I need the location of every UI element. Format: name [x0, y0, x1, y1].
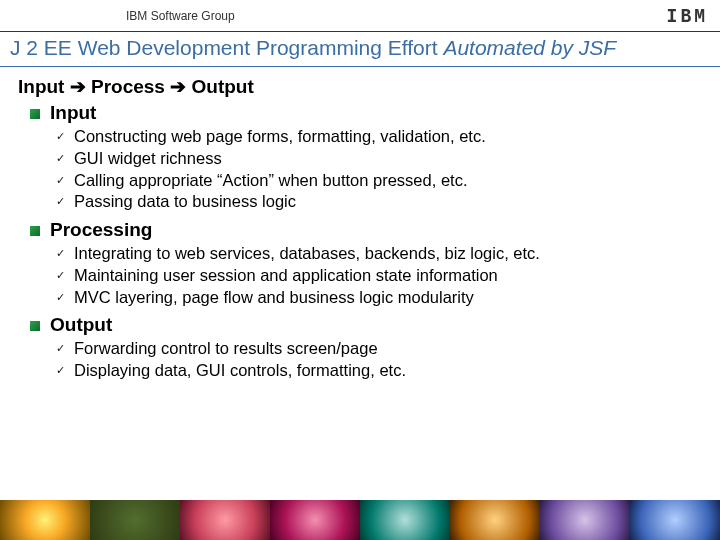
swatch-icon	[0, 500, 90, 540]
swatch-icon	[270, 500, 360, 540]
section-head-processing: Processing	[50, 219, 702, 241]
swatch-icon	[360, 500, 450, 540]
swatch-icon	[450, 500, 540, 540]
footer-swatches	[0, 500, 720, 540]
bullet-list: Integrating to web services, databases, …	[74, 243, 702, 308]
bullet-list: Constructing web page forms, formatting,…	[74, 126, 702, 213]
list-item: Maintaining user session and application…	[74, 265, 702, 287]
swatch-icon	[90, 500, 180, 540]
ipo-input: Input	[18, 76, 64, 97]
section-head-output: Output	[50, 314, 702, 336]
title-plain: J 2 EE Web Development Programming Effor…	[10, 36, 443, 59]
arrow-icon: ➔	[170, 76, 186, 97]
ipo-process: Process	[91, 76, 165, 97]
arrow-icon: ➔	[70, 76, 86, 97]
list-item: Passing data to business logic	[74, 191, 702, 213]
swatch-icon	[630, 500, 720, 540]
topbar: IBM Software Group IBM	[0, 0, 720, 32]
ipo-output: Output	[192, 76, 254, 97]
list-item: GUI widget richness	[74, 148, 702, 170]
section-head-input: Input	[50, 102, 702, 124]
software-group-label: IBM Software Group	[126, 9, 235, 23]
list-item: MVC layering, page flow and business log…	[74, 287, 702, 309]
slide-title: J 2 EE Web Development Programming Effor…	[0, 32, 720, 67]
list-item: Forwarding control to results screen/pag…	[74, 338, 702, 360]
list-item: Calling appropriate “Action” when button…	[74, 170, 702, 192]
bullet-list: Forwarding control to results screen/pag…	[74, 338, 702, 382]
list-item: Displaying data, GUI controls, formattin…	[74, 360, 702, 382]
slide: IBM Software Group IBM J 2 EE Web Develo…	[0, 0, 720, 540]
swatch-icon	[540, 500, 630, 540]
swatch-icon	[180, 500, 270, 540]
title-italic: Automated by JSF	[443, 36, 616, 59]
ipo-line: Input ➔ Process ➔ Output	[18, 75, 702, 98]
list-item: Integrating to web services, databases, …	[74, 243, 702, 265]
ibm-logo: IBM	[667, 5, 708, 27]
slide-body: Input ➔ Process ➔ Output Input Construct…	[0, 67, 720, 382]
list-item: Constructing web page forms, formatting,…	[74, 126, 702, 148]
